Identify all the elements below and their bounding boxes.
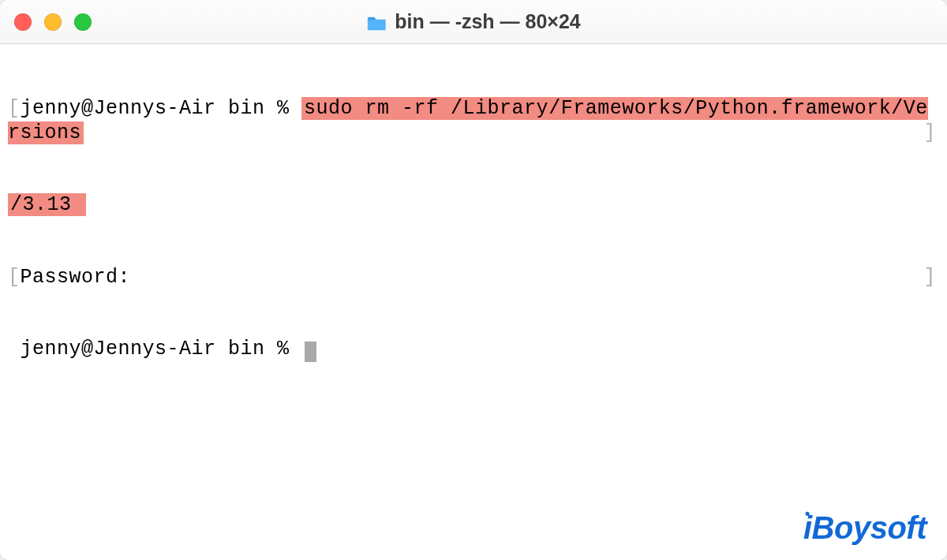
- left-bracket-icon: [: [8, 266, 21, 289]
- prompt-text: jenny@Jennys-Air bin %: [21, 338, 302, 360]
- terminal-line-4: jenny@Jennys-Air bin %: [8, 338, 939, 362]
- highlighted-command-part2: /3.13: [8, 193, 86, 216]
- left-bracket-icon: [: [8, 97, 21, 120]
- terminal-content[interactable]: [jenny@Jennys-Air bin % sudo rm -rf /Lib…: [0, 44, 947, 418]
- window-title: bin — -zsh — 80×24: [366, 10, 581, 33]
- terminal-line-1: [jenny@Jennys-Air bin % sudo rm -rf /Lib…: [8, 97, 939, 145]
- watermark-text: iBoysoft: [803, 510, 926, 545]
- close-button[interactable]: [14, 13, 32, 31]
- traffic-lights: [14, 13, 92, 31]
- minimize-button[interactable]: [44, 13, 62, 31]
- right-bracket-icon: ]: [923, 121, 936, 146]
- folder-icon: [366, 13, 387, 31]
- maximize-button[interactable]: [74, 13, 92, 31]
- prompt-text: jenny@Jennys-Air bin %: [21, 97, 302, 120]
- password-prompt: Password:: [21, 266, 131, 289]
- cursor-icon: [305, 342, 316, 362]
- watermark-logo: •iBoysoft: [803, 510, 926, 546]
- window-title-text: bin — -zsh — 80×24: [395, 10, 581, 33]
- right-bracket-icon: ]: [923, 266, 936, 290]
- window-titlebar[interactable]: bin — -zsh — 80×24: [0, 0, 947, 44]
- terminal-window: bin — -zsh — 80×24 [jenny@Jennys-Air bin…: [0, 0, 947, 560]
- terminal-line-2: /3.13: [8, 193, 939, 218]
- terminal-line-3: [Password:]: [8, 266, 939, 290]
